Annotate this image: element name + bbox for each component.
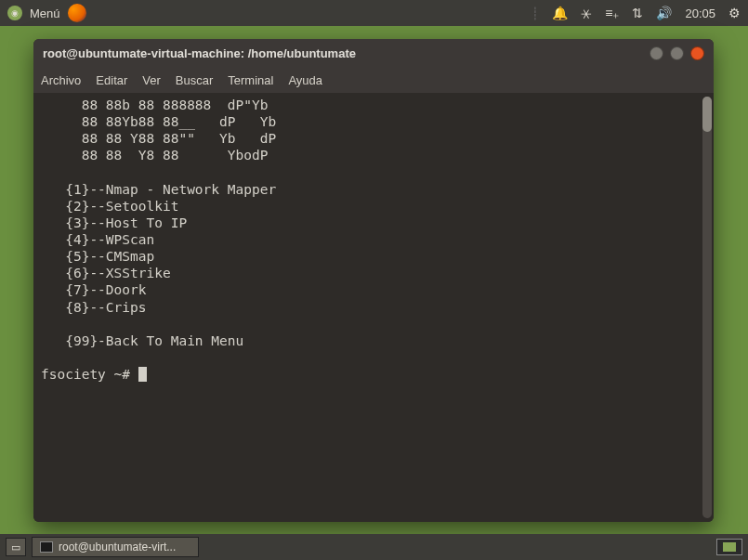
- scrollbar-thumb[interactable]: [702, 97, 712, 132]
- shell-prompt: fsociety ~#: [41, 367, 138, 382]
- menu-ayuda[interactable]: Ayuda: [288, 73, 322, 87]
- bluetooth-icon[interactable]: ⚹: [581, 6, 592, 21]
- network-icon[interactable]: ⇅: [632, 6, 643, 20]
- window-controls: [650, 46, 704, 60]
- taskbar-item-label: root@ubuntumate-virt...: [59, 540, 176, 553]
- window-title: root@ubuntumate-virtual-machine: /home/u…: [43, 46, 356, 60]
- terminal-menubar: Archivo Editar Ver Buscar Terminal Ayuda: [33, 67, 714, 93]
- workspace-switcher[interactable]: [716, 539, 742, 555]
- separator-icon: ┊: [531, 7, 539, 20]
- applications-menu[interactable]: Menú: [30, 7, 60, 20]
- power-gear-icon[interactable]: ⚙: [728, 6, 741, 20]
- indicator-menu-icon[interactable]: ≡₊: [605, 6, 619, 20]
- terminal-window: root@ubuntumate-virtual-machine: /home/u…: [33, 39, 714, 522]
- top-panel: ◉ Menú ┊ 🔔 ⚹ ≡₊ ⇅ 🔊 20:05 ⚙: [0, 0, 748, 26]
- taskbar-item-terminal[interactable]: root@ubuntumate-virt...: [32, 537, 199, 557]
- menu-ver[interactable]: Ver: [142, 73, 161, 87]
- terminal-body[interactable]: 88 88b 88 888888 dP"Yb 88 88Yb88 88__ dP…: [33, 93, 714, 522]
- scrollbar[interactable]: [702, 97, 712, 518]
- window-titlebar[interactable]: root@ubuntumate-virtual-machine: /home/u…: [33, 39, 714, 67]
- workspace-active-icon: [723, 542, 736, 552]
- clock[interactable]: 20:05: [685, 7, 715, 20]
- menu-options-list: {1}--Nmap - Network Mapper {2}--Setoolki…: [41, 182, 276, 348]
- menu-editar[interactable]: Editar: [96, 73, 127, 87]
- show-desktop-button[interactable]: ▭: [6, 538, 26, 556]
- close-button[interactable]: [690, 46, 704, 60]
- cursor-icon: [138, 367, 147, 382]
- terminal-mini-icon: [40, 541, 53, 553]
- panel-right: ┊ 🔔 ⚹ ≡₊ ⇅ 🔊 20:05 ⚙: [531, 6, 741, 21]
- menu-terminal[interactable]: Terminal: [228, 73, 273, 87]
- minimize-button[interactable]: [650, 46, 663, 60]
- panel-left: ◉ Menú: [7, 4, 86, 22]
- menu-buscar[interactable]: Buscar: [176, 73, 213, 87]
- bottom-panel: ▭ root@ubuntumate-virt...: [0, 534, 748, 560]
- firefox-icon[interactable]: [68, 4, 86, 22]
- notification-bell-icon[interactable]: 🔔: [552, 6, 568, 20]
- ubuntu-mate-logo-icon[interactable]: ◉: [7, 6, 22, 20]
- ascii-art-banner: 88 88b 88 888888 dP"Yb 88 88Yb88 88__ dP…: [41, 98, 276, 163]
- menu-archivo[interactable]: Archivo: [41, 73, 81, 87]
- maximize-button[interactable]: [670, 46, 684, 60]
- volume-icon[interactable]: 🔊: [656, 6, 672, 20]
